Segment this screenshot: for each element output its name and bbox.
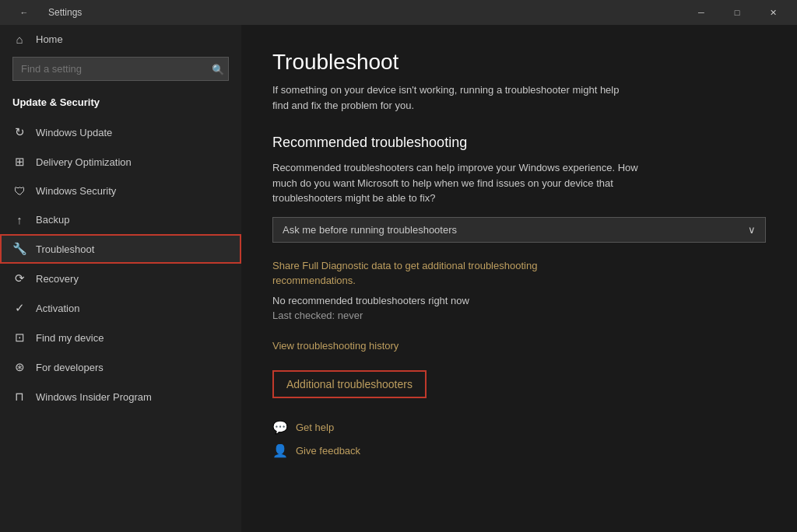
search-button[interactable]: 🔍 bbox=[212, 63, 224, 75]
back-icon: ← bbox=[20, 8, 29, 17]
no-recommended-text: No recommended troubleshooters right now bbox=[272, 295, 766, 306]
main-container: ⌂ Home 🔍 Update & Security ↻ Windows Upd… bbox=[0, 25, 797, 532]
windows-insider-icon: ⊓ bbox=[12, 390, 26, 404]
additional-troubleshooters-label: Additional troubleshooters bbox=[286, 378, 413, 390]
sidebar-item-label: Troubleshoot bbox=[36, 243, 94, 255]
sidebar-item-label: Windows Security bbox=[36, 185, 116, 197]
sidebar-item-troubleshoot[interactable]: 🔧 Troubleshoot bbox=[0, 234, 241, 264]
titlebar: ← Settings ─ □ ✕ bbox=[0, 0, 797, 25]
sidebar-item-find-my-device[interactable]: ⊡ Find my device bbox=[0, 323, 241, 352]
share-diagnostic-link[interactable]: Share Full Diagnostic data to get additi… bbox=[272, 258, 599, 289]
sidebar-section-title: Update & Security bbox=[0, 90, 241, 117]
give-feedback-link[interactable]: Give feedback bbox=[296, 445, 360, 457]
back-button[interactable]: ← bbox=[6, 0, 42, 25]
backup-icon: ↑ bbox=[12, 213, 26, 226]
maximize-icon: □ bbox=[735, 8, 740, 17]
titlebar-title: Settings bbox=[48, 7, 82, 18]
sidebar-item-label: Find my device bbox=[36, 332, 104, 344]
sidebar-item-label: Windows Insider Program bbox=[36, 391, 152, 403]
sidebar-home-label: Home bbox=[36, 33, 63, 45]
last-checked-text: Last checked: never bbox=[272, 310, 766, 321]
sidebar-item-backup[interactable]: ↑ Backup bbox=[0, 205, 241, 234]
minimize-icon: ─ bbox=[698, 8, 704, 17]
sidebar-item-windows-update[interactable]: ↻ Windows Update bbox=[0, 117, 241, 147]
search-container: 🔍 bbox=[12, 57, 229, 81]
sidebar-item-recovery[interactable]: ⟳ Recovery bbox=[0, 264, 241, 293]
find-device-icon: ⊡ bbox=[12, 331, 26, 345]
sidebar-item-label: For developers bbox=[36, 362, 104, 373]
minimize-button[interactable]: ─ bbox=[683, 0, 719, 25]
additional-troubleshooters-button[interactable]: Additional troubleshooters bbox=[272, 370, 427, 398]
sidebar-item-activation[interactable]: ✓ Activation bbox=[0, 293, 241, 323]
developers-icon: ⊛ bbox=[12, 360, 26, 374]
view-history-link[interactable]: View troubleshooting history bbox=[272, 340, 766, 352]
windows-security-icon: 🛡 bbox=[12, 184, 26, 198]
sidebar-item-windows-security[interactable]: 🛡 Windows Security bbox=[0, 177, 241, 205]
bottom-links: 💬 Get help 👤 Give feedback bbox=[272, 420, 766, 459]
delivery-optimization-icon: ⊞ bbox=[12, 155, 26, 169]
sidebar-item-delivery-optimization[interactable]: ⊞ Delivery Optimization bbox=[0, 147, 241, 177]
home-icon: ⌂ bbox=[12, 33, 26, 46]
get-help-link[interactable]: Get help bbox=[296, 422, 334, 433]
maximize-button[interactable]: □ bbox=[719, 0, 755, 25]
titlebar-left: ← Settings bbox=[6, 0, 82, 25]
content-panel: Troubleshoot If something on your device… bbox=[241, 25, 797, 532]
sidebar-item-label: Delivery Optimization bbox=[36, 156, 132, 168]
sidebar-item-label: Windows Update bbox=[36, 127, 112, 138]
chevron-down-icon: ∨ bbox=[748, 224, 756, 236]
recommended-section-heading: Recommended troubleshooting bbox=[272, 135, 766, 151]
sidebar-item-home[interactable]: ⌂ Home bbox=[0, 25, 241, 54]
sidebar-item-label: Backup bbox=[36, 214, 69, 226]
sidebar-item-windows-insider[interactable]: ⊓ Windows Insider Program bbox=[0, 382, 241, 411]
sidebar-item-for-developers[interactable]: ⊛ For developers bbox=[0, 352, 241, 382]
sidebar: ⌂ Home 🔍 Update & Security ↻ Windows Upd… bbox=[0, 25, 241, 532]
activation-icon: ✓ bbox=[12, 301, 26, 315]
troubleshooter-dropdown[interactable]: Ask me before running troubleshooters ∨ bbox=[272, 217, 766, 243]
recovery-icon: ⟳ bbox=[12, 271, 26, 285]
get-help-icon: 💬 bbox=[272, 420, 288, 436]
get-help-item[interactable]: 💬 Get help bbox=[272, 420, 766, 436]
search-input[interactable] bbox=[12, 57, 229, 81]
titlebar-controls: ─ □ ✕ bbox=[683, 0, 791, 25]
close-button[interactable]: ✕ bbox=[755, 0, 791, 25]
troubleshoot-icon: 🔧 bbox=[12, 242, 26, 256]
dropdown-label: Ask me before running troubleshooters bbox=[283, 224, 457, 236]
recommended-section-desc: Recommended troubleshooters can help imp… bbox=[272, 160, 646, 206]
page-title: Troubleshoot bbox=[272, 50, 766, 75]
content-description: If something on your device isn't workin… bbox=[272, 82, 630, 113]
sidebar-item-label: Activation bbox=[36, 303, 79, 314]
windows-update-icon: ↻ bbox=[12, 125, 26, 139]
give-feedback-item[interactable]: 👤 Give feedback bbox=[272, 443, 766, 459]
sidebar-item-label: Recovery bbox=[36, 273, 79, 285]
give-feedback-icon: 👤 bbox=[272, 443, 288, 459]
search-icon: 🔍 bbox=[212, 63, 224, 75]
close-icon: ✕ bbox=[770, 8, 777, 18]
